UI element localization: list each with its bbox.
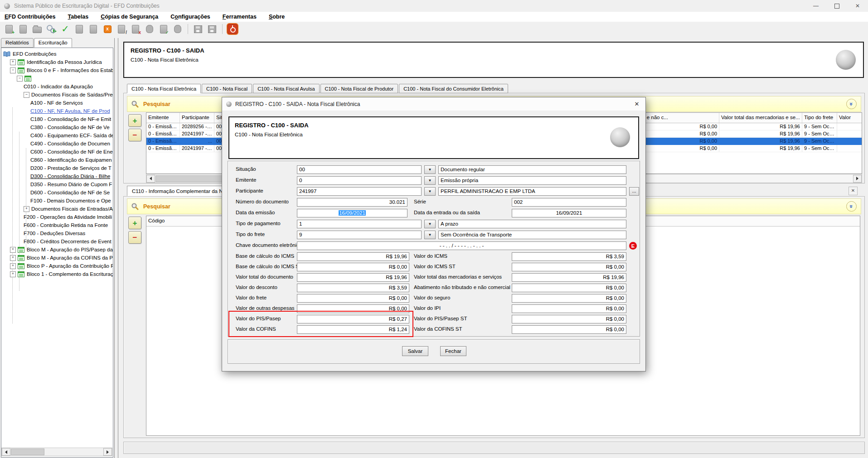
scroll-right-icon[interactable] (103, 448, 112, 456)
protect-record-icon[interactable] (172, 24, 183, 34)
save-button[interactable]: Salvar (402, 346, 428, 356)
scrollbar-thumb[interactable] (11, 448, 44, 455)
money-6-right-input[interactable]: R$ 0,00 (512, 315, 626, 323)
tree-item[interactable]: C860 - Identificação do Equipamen (1, 156, 113, 164)
scroll-right-icon[interactable] (853, 175, 862, 183)
menu-item[interactable]: Configurações (170, 14, 210, 20)
tree-item[interactable]: F800 - Créditos Decorrentes de Event (1, 237, 113, 246)
tree-item[interactable]: D300 - Consolidação Diária - Bilhe (1, 172, 113, 180)
tree-item[interactable]: EFD Contribuições (1, 50, 113, 58)
money-5-right-input[interactable]: R$ 0,00 (512, 304, 626, 313)
menu-item[interactable]: Sobre (269, 14, 285, 20)
tab-c100-4[interactable]: C100 - Nota Fiscal do Consumidor Eletrôn… (399, 84, 508, 93)
tree-item[interactable]: C180 - Consolidação de NF-e Emit (1, 115, 113, 123)
money-3-left-input[interactable]: R$ 3,59 (297, 284, 409, 292)
tab-escrituracao[interactable]: Escrituração (34, 38, 72, 48)
tree-item[interactable]: F700 - Deduções Diversas (1, 229, 113, 237)
tipo-pagamento-desc-field[interactable]: A prazo (438, 220, 626, 228)
tree-item[interactable]: C400 - Equipamento ECF- Saída de (1, 131, 113, 140)
validate-icon[interactable]: ✓ (60, 24, 71, 34)
money-7-right-input[interactable]: R$ 0,00 (512, 325, 626, 334)
data-emissao-input[interactable]: 16/09/2021 (297, 209, 407, 217)
money-0-right-input[interactable]: R$ 3,59 (512, 252, 626, 261)
situacao-code-input[interactable]: 00 (297, 165, 422, 174)
tree-item[interactable]: C490 - Consolidação de Documen (1, 140, 113, 148)
minimize-icon[interactable]: — (805, 0, 826, 12)
tree-item[interactable]: +Bloco M - Apuração do PIS/Pasep da Pe (1, 246, 113, 254)
situacao-dropdown-button[interactable]: ▼ (424, 165, 436, 174)
tree-item[interactable]: F200 - Operações da Atividade Imobili (1, 213, 113, 221)
tree-expander-icon[interactable]: + (10, 271, 16, 277)
column-header[interactable]: Tipo do frete (802, 113, 837, 123)
scroll-left-icon[interactable] (2, 448, 10, 456)
money-1-left-input[interactable]: R$ 0,00 (297, 263, 409, 271)
tipo-frete-dropdown-button[interactable]: ▼ (424, 231, 436, 239)
money-1-right-input[interactable]: R$ 0,00 (512, 263, 626, 271)
participante-desc-field[interactable]: PERFIL ADMINISTRACAO E EMP LTDA (438, 187, 626, 196)
process-data-icon[interactable] (46, 24, 57, 34)
delete-record-icon[interactable]: x (130, 24, 141, 34)
add-row-button[interactable]: + (128, 114, 141, 127)
tree-item[interactable]: −Documentos Fiscais de Saídas/Presta (1, 91, 113, 99)
situacao-desc-field[interactable]: Documento regular (438, 165, 626, 174)
column-header[interactable]: Valor (837, 113, 862, 123)
tree-item[interactable]: − (1, 74, 113, 82)
tipo-frete-desc-field[interactable]: Sem Ocorrência de Transporte (438, 231, 626, 239)
tree-expander-icon[interactable]: + (24, 206, 29, 212)
emitente-desc-field[interactable]: Emissão própria (438, 176, 626, 185)
tab-c100-2[interactable]: C100 - Nota Fiscal Avulsa (253, 84, 319, 93)
tree-item[interactable]: C380 - Consolidação de NF de Ve (1, 123, 113, 131)
new-record-icon[interactable]: + (4, 24, 15, 34)
tree-item[interactable]: +Bloco M - Apuração da COFINS da Pess (1, 254, 113, 262)
close-icon[interactable]: ✕ (847, 0, 868, 12)
save-icon[interactable] (193, 24, 204, 34)
emitente-dropdown-button[interactable]: ▼ (424, 176, 436, 185)
tab-c110[interactable]: C110 - Informação Complementar da NF (127, 186, 231, 196)
money-4-right-input[interactable]: R$ 0,00 (512, 294, 626, 303)
edit-record-icon[interactable]: / (116, 24, 127, 34)
tree-item[interactable]: D350 - Resumo Diário de Cupom F (1, 180, 113, 188)
scroll-left-icon[interactable] (146, 175, 155, 183)
c110-remove-row-button[interactable]: − (128, 231, 141, 244)
collapse-chevron-icon[interactable]: » (846, 99, 857, 109)
column-header[interactable]: Emitente (146, 113, 180, 123)
tree-expander-icon[interactable]: − (24, 92, 29, 98)
tree-horizontal-scrollbar[interactable] (1, 448, 112, 456)
copy-record-icon[interactable] (74, 24, 85, 34)
tree-item[interactable]: +Bloco P - Apuração da Contribuição Pre (1, 262, 113, 270)
tipo-pagamento-code-input[interactable]: 1 (297, 220, 422, 228)
tree-item[interactable]: F600 - Contribuição Retida na Fonte (1, 221, 113, 229)
money-2-left-input[interactable]: R$ 19,96 (297, 273, 409, 282)
tree-expander-icon[interactable]: + (10, 59, 16, 65)
dialog-close-icon[interactable]: ✕ (633, 101, 640, 107)
chave-documento-input[interactable]: - - . . / - - - - . . - . . - (297, 241, 626, 250)
cancel-icon[interactable]: x (102, 24, 113, 34)
c110-add-row-button[interactable]: + (128, 217, 141, 229)
tree-expander-icon[interactable]: + (10, 263, 16, 269)
emitente-code-input[interactable]: 0 (297, 176, 422, 185)
confirm-record-icon[interactable]: ✓ (158, 24, 169, 34)
money-4-left-input[interactable]: R$ 0,00 (297, 294, 409, 303)
tree-item[interactable]: C600 - Consolidação de NF de Ene (1, 148, 113, 156)
tree-item[interactable]: C100 - NF, NF Avulsa, NF de Prod (1, 107, 113, 115)
tipo-pagamento-dropdown-button[interactable]: ▼ (424, 220, 436, 228)
menu-item[interactable]: Ferramentas (223, 14, 257, 20)
data-entrada-input[interactable]: 16/09/2021 (512, 209, 626, 217)
participante-lookup-button[interactable]: ... (629, 187, 639, 196)
money-0-left-input[interactable]: R$ 19,96 (297, 252, 409, 261)
open-folder-icon[interactable] (32, 24, 43, 34)
maximize-icon[interactable] (826, 0, 847, 12)
tab-c100-3[interactable]: C100 - Nota Fiscal de Produtor (320, 84, 398, 93)
exit-icon[interactable] (227, 24, 238, 34)
tab-relatorios[interactable]: Relatórios (1, 38, 34, 48)
tree-expander-icon[interactable]: + (10, 255, 16, 261)
tree-item[interactable]: +Identificação da Pessoa Jurídica (1, 58, 113, 66)
money-2-right-input[interactable]: R$ 19,96 (512, 273, 626, 282)
open-record-icon[interactable] (18, 24, 29, 34)
tab-c100-0[interactable]: C100 - Nota Fiscal Eletrônica (127, 84, 201, 93)
tree-item[interactable]: C010 - Indicador da Apuração (1, 82, 113, 91)
tree-item[interactable]: A100 - NF de Serviços (1, 99, 113, 107)
tipo-frete-code-input[interactable]: 9 (297, 231, 422, 239)
tree-item[interactable]: D200 - Prestação de Serviços de T (1, 164, 113, 172)
numero-documento-input[interactable]: 30.021 (297, 198, 407, 207)
